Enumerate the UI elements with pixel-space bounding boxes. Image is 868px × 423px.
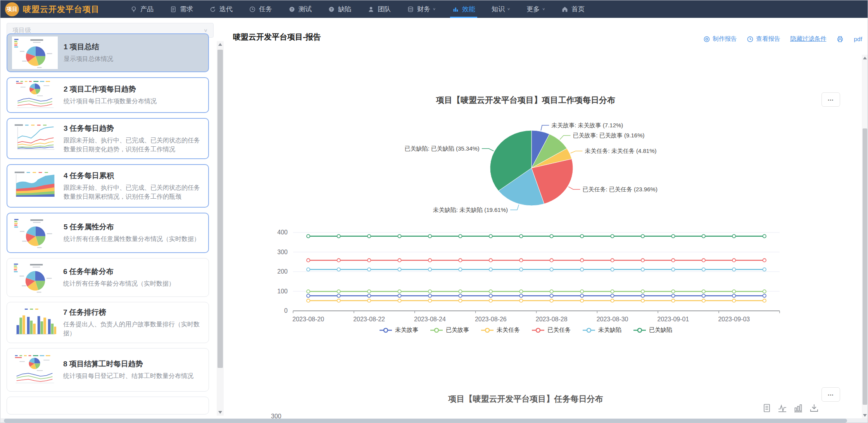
report-card-3[interactable]: 3 任务每日趋势 跟踪未开始、执行中、已完成、已关闭状态的任务数量按日期变化趋势… <box>7 118 209 159</box>
data-point[interactable] <box>763 234 766 238</box>
chart2-more-button[interactable]: ... <box>821 387 840 402</box>
data-point[interactable] <box>611 294 614 297</box>
bar-chart-view-icon[interactable] <box>793 403 803 413</box>
data-point[interactable] <box>428 294 431 297</box>
data-point[interactable] <box>459 268 462 271</box>
data-point[interactable] <box>459 290 462 293</box>
data-point[interactable] <box>307 268 310 271</box>
data-point[interactable] <box>489 234 492 238</box>
legend-item[interactable]: 已关故事 <box>430 326 469 334</box>
data-point[interactable] <box>611 290 614 293</box>
data-point[interactable] <box>550 294 553 297</box>
data-point[interactable] <box>368 268 371 271</box>
data-point[interactable] <box>337 299 340 302</box>
scroll-up-arrow[interactable] <box>863 57 867 59</box>
data-point[interactable] <box>398 294 401 297</box>
print-link[interactable] <box>836 35 844 43</box>
nav-item-requirement[interactable]: 需求 <box>162 0 201 18</box>
view-report-link[interactable]: 查看报告 <box>747 35 780 43</box>
data-point[interactable] <box>489 268 492 271</box>
data-point[interactable] <box>763 299 766 302</box>
data-point[interactable] <box>398 268 401 271</box>
make-report-link[interactable]: 制作报告 <box>703 35 737 43</box>
data-point[interactable] <box>398 290 401 293</box>
data-point[interactable] <box>702 299 705 302</box>
report-card-partial[interactable] <box>7 397 209 414</box>
content-scrollbar[interactable] <box>862 55 868 419</box>
data-point[interactable] <box>459 259 462 262</box>
data-point[interactable] <box>580 290 583 293</box>
data-point[interactable] <box>428 290 431 293</box>
data-point[interactable] <box>641 234 644 238</box>
data-point[interactable] <box>489 294 492 297</box>
data-point[interactable] <box>368 299 371 302</box>
data-point[interactable] <box>641 268 644 271</box>
nav-item-knowledge[interactable]: 知识∨ <box>483 0 518 18</box>
data-point[interactable] <box>580 234 583 238</box>
data-point[interactable] <box>337 268 340 271</box>
legend-item[interactable]: 已关任务 <box>531 326 571 334</box>
data-point[interactable] <box>489 290 492 293</box>
data-point[interactable] <box>611 234 614 238</box>
report-card-4[interactable]: 4 任务每日累积 跟踪未开始、执行中、已完成、已关闭状态的任务数量按日期累积情况… <box>7 164 209 208</box>
data-point[interactable] <box>641 290 644 293</box>
data-point[interactable] <box>519 294 523 297</box>
data-point[interactable] <box>732 234 735 238</box>
data-point[interactable] <box>641 259 644 262</box>
data-point[interactable] <box>702 259 705 262</box>
data-point[interactable] <box>580 268 583 271</box>
data-point[interactable] <box>368 234 371 238</box>
data-point[interactable] <box>428 234 431 238</box>
data-point[interactable] <box>702 294 705 297</box>
data-point[interactable] <box>732 294 735 297</box>
data-point[interactable] <box>580 294 583 297</box>
data-point[interactable] <box>489 259 492 262</box>
report-card-7[interactable]: 7 任务排行榜 任务提出人、负责人的用户故事数量排行（实时数据） <box>7 302 209 343</box>
nav-item-defect[interactable]: ? 缺陷 <box>320 0 359 18</box>
data-point[interactable] <box>763 294 766 297</box>
nav-item-test[interactable]: ? 测试 <box>280 0 320 18</box>
data-point[interactable] <box>671 259 675 262</box>
report-card-8[interactable]: 8 项目结算工时每日趋势 统计项目每日登记工时、结算工时数量分布情况 <box>7 348 209 392</box>
data-point[interactable] <box>550 259 553 262</box>
scroll-up-arrow[interactable] <box>218 43 222 46</box>
data-point[interactable] <box>702 268 705 271</box>
data-point[interactable] <box>459 234 462 238</box>
scroll-down-arrow[interactable] <box>863 414 867 417</box>
data-point[interactable] <box>307 290 310 293</box>
data-point[interactable] <box>337 234 340 238</box>
report-card-6[interactable]: 6 任务年龄分布 统计所有任务年龄分布情况（实时数据） <box>7 258 209 297</box>
data-point[interactable] <box>368 294 371 297</box>
data-point[interactable] <box>307 294 310 297</box>
data-point[interactable] <box>550 234 553 238</box>
data-point[interactable] <box>611 299 614 302</box>
data-point[interactable] <box>732 268 735 271</box>
data-point[interactable] <box>763 290 766 293</box>
nav-item-more[interactable]: 更多∨ <box>518 0 553 18</box>
data-point[interactable] <box>671 234 675 238</box>
data-point[interactable] <box>671 299 675 302</box>
data-point[interactable] <box>489 299 492 302</box>
scrollbar-thumb[interactable] <box>217 50 223 368</box>
data-point[interactable] <box>732 299 735 302</box>
data-point[interactable] <box>611 259 614 262</box>
data-point[interactable] <box>428 259 431 262</box>
data-point[interactable] <box>671 294 675 297</box>
nav-item-iteration[interactable]: 迭代 <box>201 0 241 18</box>
data-point[interactable] <box>732 259 735 262</box>
data-point[interactable] <box>732 290 735 293</box>
data-point[interactable] <box>550 299 553 302</box>
report-card-5[interactable]: 5 任务属性分布 统计所有任务任意属性数量分布情况（实时数据） <box>7 213 209 253</box>
data-point[interactable] <box>307 299 310 302</box>
nav-item-team[interactable]: 团队 <box>359 0 399 18</box>
chart1-more-button[interactable]: ... <box>821 92 840 107</box>
app-logo[interactable]: 项目 <box>5 2 19 16</box>
data-point[interactable] <box>398 234 401 238</box>
scrollbar-thumb[interactable] <box>4 419 847 423</box>
data-point[interactable] <box>671 268 675 271</box>
data-point[interactable] <box>641 299 644 302</box>
data-point[interactable] <box>702 234 705 238</box>
legend-item[interactable]: 未关缺陷 <box>582 326 621 334</box>
line-chart-view-icon[interactable] <box>777 403 787 413</box>
data-point[interactable] <box>671 290 675 293</box>
